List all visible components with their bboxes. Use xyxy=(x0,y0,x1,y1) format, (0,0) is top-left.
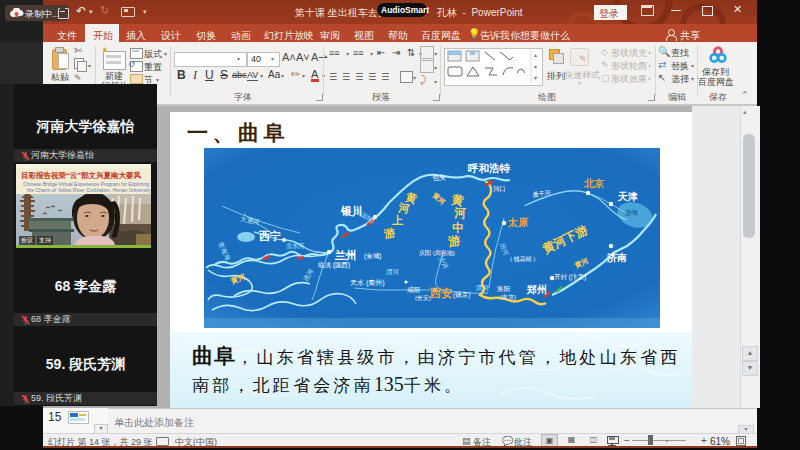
svg-text:河: 河 xyxy=(454,206,466,220)
svg-text:河: 河 xyxy=(397,201,411,215)
svg-text:庆阳 (周祖地): 庆阳 (周祖地) xyxy=(419,249,455,257)
svg-text:渭河: 渭河 xyxy=(475,284,490,292)
svg-text:▾: ▾ xyxy=(534,75,537,81)
svg-text:游: 游 xyxy=(446,233,461,249)
svg-text:游: 游 xyxy=(382,226,396,240)
svg-text:郑州: 郑州 xyxy=(526,284,547,295)
svg-text:(东京): (东京) xyxy=(500,293,516,300)
svg-text:临洮 (陇西): 临洮 (陇西) xyxy=(318,261,350,269)
svg-text:(长安): (长安) xyxy=(415,294,431,301)
svg-text:洛阳: 洛阳 xyxy=(497,285,510,293)
svg-text:渭河: 渭河 xyxy=(385,268,400,276)
svg-text:( 桃花峪 ): ( 桃花峪 ) xyxy=(510,256,535,263)
svg-text:西宁: 西宁 xyxy=(258,230,281,242)
svg-text:太原: 太原 xyxy=(507,217,529,228)
svg-text:西安: 西安 xyxy=(429,287,452,299)
svg-text:济南: 济南 xyxy=(606,252,627,263)
svg-text:呼和浩特: 呼和浩特 xyxy=(468,162,511,174)
svg-text:北京: 北京 xyxy=(583,178,605,189)
svg-text:(镐京): (镐京) xyxy=(453,291,470,299)
svg-text:兰州: 兰州 xyxy=(334,249,357,261)
svg-text:河口: 河口 xyxy=(493,185,506,193)
svg-text:天津: 天津 xyxy=(617,191,638,202)
svg-text:天水 (秦州): 天水 (秦州) xyxy=(350,279,385,287)
svg-text:上: 上 xyxy=(391,214,403,226)
svg-text:包头: 包头 xyxy=(432,174,446,181)
svg-text:(金城): (金城) xyxy=(364,252,381,260)
svg-text:▾: ▾ xyxy=(534,64,537,70)
svg-text:湟水河: 湟水河 xyxy=(286,243,304,249)
svg-text:▴: ▴ xyxy=(534,52,537,58)
svg-text:渤海: 渤海 xyxy=(624,209,639,217)
svg-text:开封 (汴京): 开封 (汴京) xyxy=(554,273,586,281)
svg-text:咸阳: 咸阳 xyxy=(407,286,420,294)
